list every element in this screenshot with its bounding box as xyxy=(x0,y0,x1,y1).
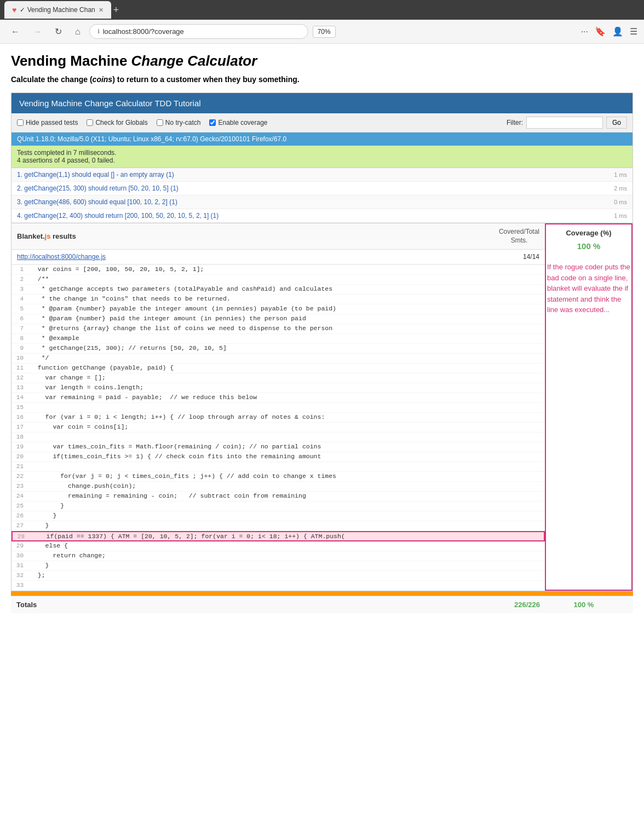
address-bar[interactable]: ℹ localhost:8000/?coverage xyxy=(89,24,308,39)
reload-button[interactable]: ↻ xyxy=(50,24,66,39)
line-number: 27 xyxy=(12,521,28,529)
line-content xyxy=(28,433,545,434)
code-line: 24 remaining = remaining - coin; // subt… xyxy=(12,492,545,501)
line-number: 28 xyxy=(13,532,29,540)
menu-icon[interactable]: ☰ xyxy=(630,26,637,37)
line-number: 23 xyxy=(12,482,28,489)
code-line: 20 if(times_coin_fits >= 1) { // check c… xyxy=(12,452,545,462)
enable-coverage-checkbox[interactable] xyxy=(209,119,216,126)
line-content: /** xyxy=(28,275,545,283)
test-time: 2 ms xyxy=(605,185,627,192)
line-content xyxy=(28,403,545,404)
code-line: 19 var times_coin_fits = Math.floor(rema… xyxy=(12,442,545,452)
test-name[interactable]: 4. getChange(12, 400) should return [200… xyxy=(17,212,219,220)
line-content: var length = coins.length; xyxy=(28,383,545,391)
coverage-box: Coverage (%) 100 % If the rogue coder pu… xyxy=(545,223,633,591)
test-name[interactable]: 1. getChange(1,1) should equal [] - an e… xyxy=(17,171,174,178)
enable-coverage-label[interactable]: Enable coverage xyxy=(209,119,267,126)
hide-passed-label[interactable]: Hide passed tests xyxy=(17,119,78,126)
qunit-testresult: Tests completed in 7 milliseconds. 4 ass… xyxy=(12,146,633,168)
line-content: function getChange (payable, paid) { xyxy=(28,364,545,372)
code-block: 1 var coins = [200, 100, 50, 20, 10, 5, … xyxy=(12,264,545,591)
go-button[interactable]: Go xyxy=(606,117,627,129)
check-globals-checkbox[interactable] xyxy=(87,119,93,126)
bookmark-icon[interactable]: 🔖 xyxy=(595,26,606,37)
tab-close-button[interactable]: ✕ xyxy=(99,7,104,14)
code-line: 31 } xyxy=(12,561,545,571)
back-button[interactable]: ← xyxy=(7,25,24,39)
active-tab[interactable]: ♥ ✓ Vending Machine Chan ✕ xyxy=(4,1,111,19)
coverage-box-title: Coverage (%) xyxy=(566,229,611,237)
file-smts: 14/14 xyxy=(523,253,539,261)
code-line: 11 function getChange (payable, paid) { xyxy=(12,364,545,373)
code-line: 12 var change = []; xyxy=(12,373,545,383)
code-line: 7 * @returns {array} change the list of … xyxy=(12,324,545,334)
home-button[interactable]: ⌂ xyxy=(71,25,85,39)
no-try-catch-checkbox[interactable] xyxy=(157,119,163,126)
test-name[interactable]: 2. getChange(215, 300) should return [50… xyxy=(17,184,179,192)
check-globals-label[interactable]: Check for Globals xyxy=(87,119,147,126)
page-title: Vending Machine Change Calculator xyxy=(11,53,633,70)
line-content: } xyxy=(28,501,545,510)
line-content: if(times_coin_fits >= 1) { // check coin… xyxy=(28,452,545,460)
blanket-section: Blanket.js results Covered/Total Smts. h… xyxy=(11,223,633,591)
filter-area: Filter: Go xyxy=(507,117,627,129)
code-line: 30 return change; xyxy=(12,551,545,561)
testresult-line2: 4 assertions of 4 passed, 0 failed. xyxy=(17,157,627,164)
test-name[interactable]: 3. getChange(486, 600) should equal [100… xyxy=(17,198,177,206)
line-content xyxy=(28,462,545,463)
code-line: 9 * getChange(215, 300); // returns [50,… xyxy=(12,344,545,354)
blanket-header: Blanket.js results Covered/Total Smts. xyxy=(12,223,545,250)
line-number: 10 xyxy=(12,354,28,361)
tab-bar: ♥ ✓ Vending Machine Chan ✕ + xyxy=(4,1,119,19)
line-content: } xyxy=(28,511,545,520)
file-row: http://localhost:8000/change.js 14/14 xyxy=(12,250,545,264)
tab-favicon: ♥ xyxy=(12,5,16,14)
new-tab-button[interactable]: + xyxy=(113,4,119,16)
line-content: for (var i = 0; i < length; i++) { // lo… xyxy=(28,413,545,421)
page-subtitle: Calculate the change (coins) to return t… xyxy=(11,75,633,84)
code-line: 15 xyxy=(12,403,545,413)
file-link[interactable]: http://localhost:8000/change.js xyxy=(17,253,106,261)
test-list: 1. getChange(1,1) should equal [] - an e… xyxy=(12,168,633,223)
line-content: var coins = [200, 100, 50, 20, 10, 5, 2,… xyxy=(28,265,545,273)
line-number: 7 xyxy=(12,324,28,332)
line-content: * getChange accepts two parameters (tota… xyxy=(28,285,545,293)
no-try-catch-label[interactable]: No try-catch xyxy=(157,119,201,126)
line-content xyxy=(28,581,545,582)
code-line: 8 * @example xyxy=(12,334,545,344)
zoom-badge: 70% xyxy=(313,26,336,38)
code-line: 26 } xyxy=(12,511,545,521)
blanket-title-plain: Blanket. xyxy=(17,232,45,240)
line-number: 26 xyxy=(12,511,28,519)
test-item: 2. getChange(215, 300) should return [50… xyxy=(12,182,633,195)
line-number: 1 xyxy=(12,265,28,273)
filter-input[interactable] xyxy=(526,117,603,129)
test-item: 3. getChange(486, 600) should equal [100… xyxy=(12,195,633,209)
check-globals-text: Check for Globals xyxy=(95,119,147,126)
line-content: change.push(coin); xyxy=(28,482,545,490)
code-line: 17 var coin = coins[i]; xyxy=(12,423,545,433)
line-content: } xyxy=(28,521,545,529)
line-content: var times_coin_fits = Math.floor(remaini… xyxy=(28,442,545,451)
profile-icon[interactable]: 👤 xyxy=(612,26,623,37)
line-content: */ xyxy=(28,354,545,362)
line-content: var coin = coins[i]; xyxy=(28,423,545,431)
test-time: 1 ms xyxy=(605,171,627,178)
hide-passed-checkbox[interactable] xyxy=(17,119,24,126)
line-number: 8 xyxy=(12,334,28,342)
subtitle-plain: Calculate the change ( xyxy=(11,75,93,84)
line-content: * @returns {array} change the list of co… xyxy=(28,324,545,332)
line-number: 5 xyxy=(12,304,28,312)
line-content: * the change in "coins" that needs to be… xyxy=(28,295,545,303)
code-line: 5 * @param {number} payable the integer … xyxy=(12,304,545,314)
forward-button[interactable]: → xyxy=(28,25,46,39)
overflow-menu-icon[interactable]: ··· xyxy=(581,27,588,37)
code-line: 14 var remaining = paid - payable; // we… xyxy=(12,393,545,403)
code-line: 32 }; xyxy=(12,571,545,581)
test-time: 1 ms xyxy=(605,212,627,219)
hide-passed-text: Hide passed tests xyxy=(26,119,78,126)
line-number: 3 xyxy=(12,285,28,292)
line-content: var change = []; xyxy=(28,373,545,382)
line-number: 24 xyxy=(12,492,28,499)
